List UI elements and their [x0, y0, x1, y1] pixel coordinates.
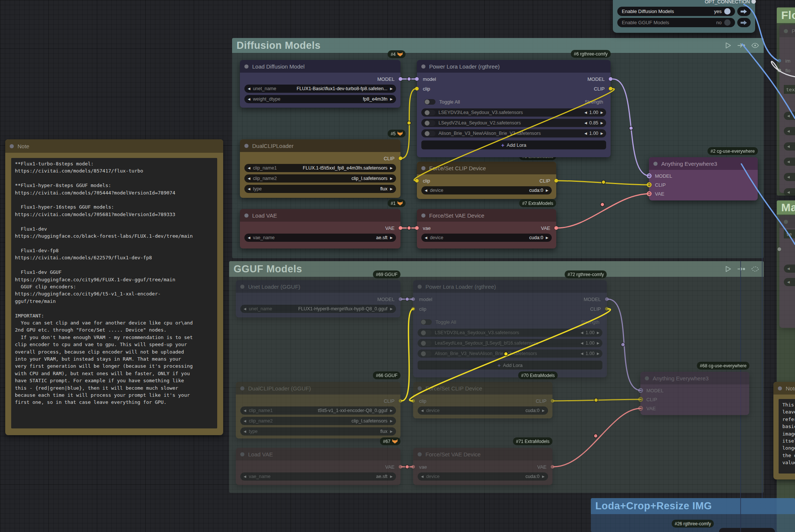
combo-left-arrow-icon[interactable]: ◀	[244, 409, 246, 412]
lora-row[interactable]: LSeydV2\Lea_Seydoux_V2.safetensors◀0.85▶	[421, 119, 606, 127]
combo-right-arrow-icon[interactable]: ▶	[390, 166, 393, 170]
collapse-dot[interactable]	[645, 376, 649, 380]
combo-right-arrow-icon[interactable]: ▶	[390, 97, 393, 101]
combo-right-arrow-icon[interactable]: ▶	[390, 187, 393, 191]
combo-right-arrow-icon[interactable]: ▶	[390, 419, 393, 423]
node-florence_node[interactable]: Pimflotex◀▶◀▶◀▶◀▶◀▶◀▶	[779, 25, 795, 193]
clip-input-port[interactable]	[415, 179, 419, 183]
combo-right-arrow-icon[interactable]: ▶	[390, 177, 393, 180]
combo-left-arrow-icon[interactable]: ◀	[248, 187, 250, 191]
combo-clip_name2[interactable]: ◀clip_name2clip_l.safetensors▶	[240, 417, 396, 425]
CLIP-output-port[interactable]	[399, 156, 402, 160]
combo-vae_name[interactable]: ◀vae_nameae.sft▶	[244, 234, 396, 242]
combo-right-arrow-icon[interactable]: ▶	[390, 236, 393, 240]
collapse-dot[interactable]	[10, 144, 14, 148]
toggle-switch[interactable]	[421, 319, 432, 325]
CLIP-output-port[interactable]	[609, 87, 612, 91]
node-header[interactable]: Load VAE	[240, 209, 400, 222]
combo-right-arrow-icon[interactable]: ▶	[390, 475, 393, 478]
text-widget[interactable]: te	[784, 229, 795, 238]
collapse-dot[interactable]	[421, 213, 425, 218]
strength-right-arrow-icon[interactable]: ▶	[601, 111, 603, 114]
combo-right-arrow-icon[interactable]: ▶	[546, 236, 548, 240]
node-header[interactable]: Force/Set CLIP Device	[417, 162, 556, 174]
node-header[interactable]: Unet Loader (GGUF)	[236, 280, 400, 293]
toggle-switch[interactable]	[424, 110, 435, 115]
combo-left-arrow-icon[interactable]: ◀	[248, 87, 250, 91]
combo-widget[interactable]: ◀▶	[784, 158, 795, 166]
collapse-dot[interactable]	[244, 64, 248, 69]
combo-vae_name[interactable]: ◀vae_nameae.sft▶	[240, 472, 396, 481]
CLIP-input-port[interactable]	[638, 397, 643, 402]
toggle-switch[interactable]	[421, 351, 432, 357]
combo-left-arrow-icon[interactable]: ◀	[248, 166, 250, 170]
combo-left-arrow-icon[interactable]: ◀	[787, 175, 790, 179]
MODEL-input-port[interactable]	[647, 174, 652, 178]
fast-group-icon[interactable]	[737, 265, 746, 273]
node-header[interactable]: Anything Everywhere3	[649, 157, 758, 170]
collapse-dot[interactable]	[778, 386, 782, 390]
combo-weight_dtype[interactable]: ◀weight_dtypefp8_e4m3fn▶	[244, 95, 396, 103]
combo-left-arrow-icon[interactable]: ◀	[421, 475, 424, 478]
node-header[interactable]: Force/Set CLIP Device	[413, 382, 552, 395]
toggle-dot[interactable]	[724, 19, 731, 26]
strength-left-arrow-icon[interactable]: ◀	[585, 111, 587, 114]
CLIP-output-port[interactable]	[554, 179, 558, 183]
flo-input-port[interactable]	[777, 69, 781, 72]
node-header[interactable]: Force/Set VAE Device	[413, 448, 552, 460]
toggle-switch[interactable]	[424, 120, 435, 126]
node-load_vae_1[interactable]: Load VAEVAE◀vae_nameae.sft▶	[240, 209, 400, 248]
node-force_clip_8[interactable]: Force/Set CLIP DeviceclipCLIP◀devicecuda…	[417, 162, 556, 199]
node-header[interactable]: Anything Everywhere3	[640, 372, 749, 384]
collapse-dot[interactable]	[653, 162, 658, 166]
lora-row[interactable]: Alison_Brie_V3_New\Alison_Brie_V3.safete…	[421, 129, 606, 137]
strength-left-arrow-icon[interactable]: ◀	[581, 341, 583, 345]
strength-left-arrow-icon[interactable]: ◀	[585, 132, 587, 135]
toggle-switch[interactable]	[424, 131, 435, 136]
strength-right-arrow-icon[interactable]: ▶	[601, 132, 603, 135]
MODEL-output-port[interactable]	[399, 77, 402, 81]
node-header[interactable]: Power Lora Loader (rgthree)	[417, 60, 611, 73]
node-header[interactable]: P	[779, 25, 795, 37]
toggle-widget[interactable]: Enable GGUF Modelsno	[617, 18, 735, 27]
combo-left-arrow-icon[interactable]: ◀	[244, 475, 246, 478]
toggle-dot[interactable]	[724, 8, 731, 15]
node-header[interactable]	[779, 215, 795, 228]
combo-left-arrow-icon[interactable]: ◀	[425, 236, 427, 240]
node-dualclip_5[interactable]: DualCLIPLoaderCLIP◀clip_name1FLUX.1-t5\t…	[240, 139, 400, 198]
VAE-output-port[interactable]	[554, 226, 558, 230]
node-force_vae_71[interactable]: Force/Set VAE DevicevaeVAE◀devicecuda:0▶	[413, 448, 552, 485]
collapse-dot[interactable]	[244, 213, 248, 218]
CLIP-output-port[interactable]	[399, 399, 402, 403]
combo-type[interactable]: ◀typeflux▶	[244, 185, 396, 193]
VAE-output-port[interactable]	[551, 465, 554, 469]
node-header[interactable]: Load VAE	[236, 448, 400, 460]
lora-row[interactable]: LSEYDV3\Lea_Seydoux_V3.safetensors◀1.00▶	[421, 108, 606, 117]
group-title[interactable]: Flor	[781, 9, 795, 22]
lora-row[interactable]: LSEYDV3\Lea_Seydoux_V3.safetensors◀1.00▶	[418, 329, 602, 337]
node-force_vae_7[interactable]: Force/Set VAE DevicevaeVAE◀devicecuda:0▶	[417, 209, 556, 248]
VAE-output-port[interactable]	[399, 226, 402, 230]
text-widget[interactable]: tex	[784, 85, 795, 94]
strength-left-arrow-icon[interactable]: ◀	[581, 331, 583, 335]
combo-left-arrow-icon[interactable]: ◀	[421, 409, 424, 412]
toggle-switch[interactable]	[421, 330, 432, 336]
toggle-widget[interactable]: Enable Diffusion Modelsyes	[617, 7, 735, 16]
MODEL-input-port[interactable]	[638, 388, 643, 393]
model-input-port[interactable]	[415, 77, 419, 81]
strength-right-arrow-icon[interactable]: ▶	[601, 121, 603, 125]
model-input-port[interactable]	[411, 297, 415, 301]
collapse-dot[interactable]	[784, 29, 788, 33]
port-input-port[interactable]	[777, 247, 781, 251]
eye-icon[interactable]	[751, 42, 759, 49]
group-loda-crop-resize[interactable]: Loda+Crop+Resize IMG #26 rgthree-comfy	[591, 498, 795, 532]
combo-widget[interactable]: ◀▶	[784, 188, 795, 196]
node-power_lora_6[interactable]: Power Lora Loader (rgthree)modelMODELcli…	[417, 60, 611, 157]
bypass-arrow-button[interactable]	[737, 18, 751, 27]
group-header[interactable]: Loda+Crop+Resize IMG	[591, 498, 795, 514]
group-header[interactable]: Diffusion Models	[232, 38, 764, 53]
combo-left-arrow-icon[interactable]: ◀	[425, 189, 427, 192]
combo-left-arrow-icon[interactable]: ◀	[244, 419, 246, 423]
toggle-switch[interactable]	[424, 99, 435, 105]
collapse-dot[interactable]	[421, 166, 425, 170]
